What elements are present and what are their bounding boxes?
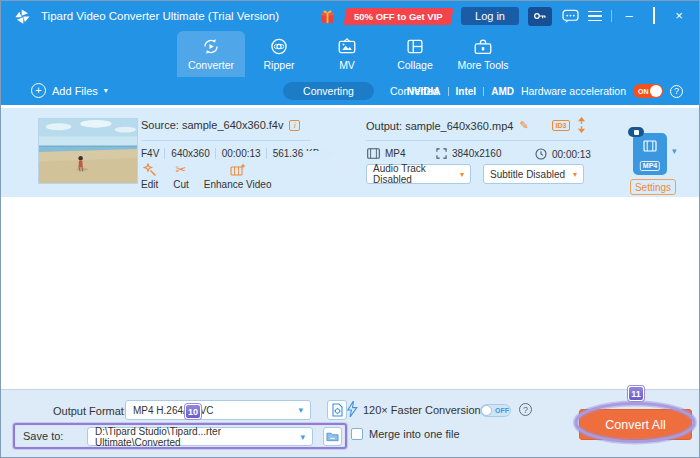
register-key-button[interactable] — [528, 7, 552, 26]
file-list-row: Source: sample_640x360.f4v i F4V 640x360… — [1, 108, 699, 197]
source-line: Source: sample_640x360.f4v i — [141, 119, 300, 131]
toggle-knob — [650, 85, 662, 97]
cut-button[interactable]: ✂ Cut — [173, 163, 189, 190]
nvidia-brand: NVIDIA — [407, 86, 441, 97]
output-format-value: MP4 — [385, 148, 406, 159]
chat-bubble-icon — [562, 9, 579, 24]
hardware-acceleration-label: Hardware acceleration — [521, 85, 626, 97]
audio-track-dropdown[interactable]: Audio Track Disabled ▾ — [366, 164, 471, 184]
tab-label: Collage — [397, 59, 433, 71]
step-11-badge: 11 — [628, 386, 644, 401]
toolbar: + Add Files ▾ Converting Converted NVIDI… — [1, 77, 699, 105]
tipard-logo-icon — [13, 7, 32, 26]
output-format-dropdown[interactable]: MP4 H.264/HEVC ▾ — [125, 400, 311, 420]
folder-icon — [326, 431, 339, 442]
titlebar-divider — [611, 10, 612, 22]
main-tabbar: Converter Ripper MV — [1, 31, 699, 77]
source-filename: Source: sample_640x360.f4v — [141, 119, 283, 131]
tab-converter[interactable]: Converter — [177, 31, 245, 77]
tab-mv[interactable]: MV — [313, 31, 381, 77]
format-settings-button[interactable] — [327, 400, 347, 420]
enhance-video-button[interactable]: Enhance Video — [204, 163, 272, 190]
id3-edit-button[interactable]: ID3 — [552, 120, 570, 131]
enhance-video-icon — [230, 163, 246, 177]
meta-resolution: 640x360 — [164, 148, 209, 159]
fast-conversion-toggle[interactable]: OFF — [480, 404, 511, 417]
add-files-button[interactable]: + Add Files ▾ — [31, 83, 108, 98]
output-format-group: MP4 — [367, 148, 406, 159]
merge-checkbox[interactable] — [351, 428, 363, 440]
window-title: Tipard Video Converter Ultimate (Trial V… — [41, 10, 279, 22]
divider — [141, 140, 311, 141]
format-icon-label: MP4 — [640, 161, 660, 171]
divider — [483, 87, 484, 96]
close-button[interactable]: × — [671, 8, 687, 24]
tab-label: More Tools — [457, 59, 508, 71]
converting-tab[interactable]: Converting — [283, 82, 374, 100]
split-clip-icon[interactable] — [576, 117, 587, 133]
info-icon[interactable]: i — [289, 120, 300, 131]
output-line: Output: sample_640x360.mp4 ✎ — [366, 119, 529, 132]
collage-icon — [404, 37, 426, 56]
film-icon — [643, 140, 657, 152]
login-button[interactable]: Log in — [461, 7, 519, 25]
maximize-button[interactable] — [646, 8, 662, 24]
save-to-dropdown[interactable]: D:\Tipard Studio\Tipard...rter Ultimate\… — [87, 427, 313, 446]
output-resolution-group: 3840x2160 — [436, 148, 502, 159]
file-actions: Edit ✂ Cut Enhance Video — [141, 163, 271, 190]
maximize-icon — [653, 7, 655, 24]
edit-label: Edit — [141, 179, 158, 190]
minimize-button[interactable]: – — [621, 8, 637, 24]
browse-folder-button[interactable] — [323, 427, 342, 446]
add-files-label: Add Files — [52, 85, 98, 97]
chevron-down-icon: ▾ — [300, 432, 305, 442]
feedback-button[interactable] — [561, 8, 579, 24]
intel-brand: Intel — [456, 86, 477, 97]
mv-icon — [336, 37, 358, 56]
format-badge — [628, 127, 644, 137]
help-icon[interactable]: ? — [670, 85, 683, 98]
output-duration-value: 00:00:13 — [552, 149, 591, 160]
titlebar: Tipard Video Converter Ultimate (Trial V… — [1, 1, 699, 31]
meta-format: F4V — [141, 148, 159, 159]
profile-chevron-icon[interactable]: ▾ — [672, 146, 677, 156]
source-meta: F4V 640x360 00:00:13 561.36 KB — [141, 148, 319, 159]
tab-label: Converter — [188, 59, 234, 71]
app-window: Tipard Video Converter Ultimate (Trial V… — [0, 0, 700, 458]
converter-icon — [200, 37, 222, 56]
help-icon[interactable]: ? — [519, 403, 532, 416]
subtitle-dropdown[interactable]: Subtitle Disabled ▾ — [483, 164, 584, 184]
rename-pencil-icon[interactable]: ✎ — [519, 119, 528, 132]
file-gear-icon — [331, 403, 344, 417]
chevron-down-icon: ▾ — [573, 170, 577, 179]
hardware-acceleration-toggle[interactable]: ON — [633, 84, 663, 98]
merge-label: Merge into one file — [369, 428, 460, 440]
vip-offer-badge[interactable]: 50% OFF to Get VIP — [344, 8, 454, 25]
film-icon — [367, 148, 380, 159]
divider — [448, 87, 449, 96]
settings-button[interactable]: Settings — [630, 179, 676, 195]
key-icon — [533, 10, 547, 22]
divider — [366, 140, 591, 141]
enhance-video-label: Enhance Video — [204, 179, 272, 190]
magic-wand-icon — [143, 163, 157, 177]
output-duration-group: 00:00:13 — [535, 148, 591, 160]
ripper-disc-icon — [268, 37, 290, 56]
edit-button[interactable]: Edit — [141, 163, 158, 190]
tab-collage[interactable]: Collage — [381, 31, 449, 77]
meta-duration: 00:00:13 — [215, 148, 261, 159]
expand-icon — [436, 148, 447, 159]
cut-label: Cut — [173, 179, 189, 190]
menu-button[interactable] — [588, 11, 602, 22]
plus-icon: + — [31, 83, 46, 98]
output-format-label: Output Format: — [53, 405, 127, 417]
tab-more-tools[interactable]: More Tools — [449, 31, 517, 77]
tab-ripper[interactable]: Ripper — [245, 31, 313, 77]
tab-label: MV — [339, 59, 355, 71]
convert-all-button[interactable]: Convert All — [579, 409, 692, 440]
tab-label: Ripper — [264, 59, 295, 71]
lightning-icon — [347, 401, 358, 417]
video-thumbnail[interactable] — [38, 118, 138, 184]
fast-conversion-label: 120× Faster Conversion — [363, 404, 481, 416]
output-profile-button[interactable]: MP4 — [633, 133, 667, 175]
